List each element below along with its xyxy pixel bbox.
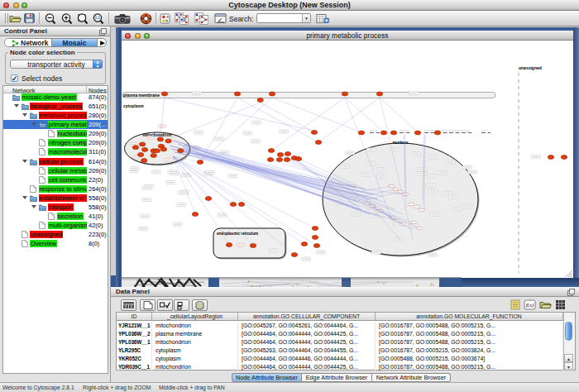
svg-text:plasma membrane: plasma membrane (123, 93, 160, 98)
svg-text:cytoplasm: cytoplasm (123, 103, 144, 108)
svg-text:f(x): f(x) (526, 302, 534, 308)
svg-text:nucleus: nucleus (393, 140, 409, 145)
svg-text:1:1: 1:1 (95, 16, 101, 20)
svg-text:unassigned: unassigned (519, 65, 542, 70)
